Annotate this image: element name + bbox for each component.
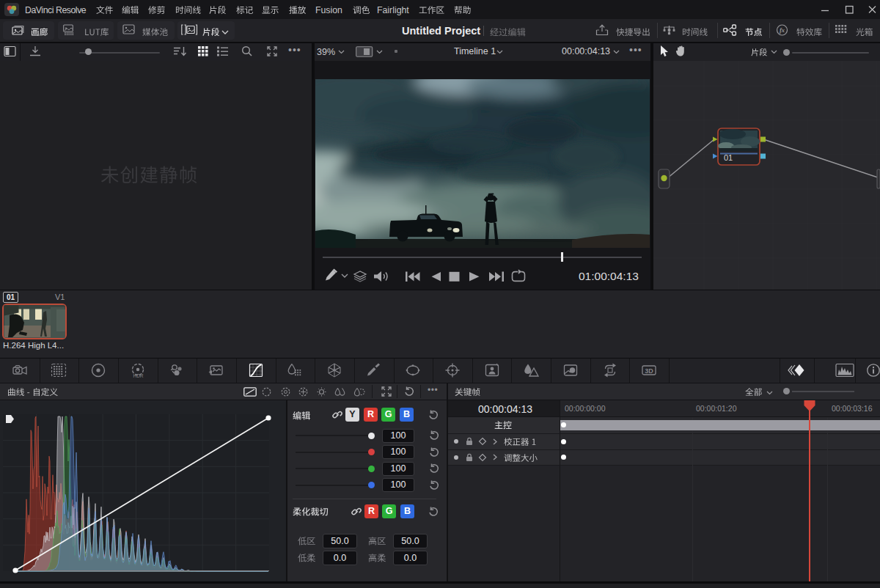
svg-text:3D: 3D	[645, 367, 653, 375]
svg-text:fx: fx	[780, 26, 785, 34]
svg-text:HDR: HDR	[133, 373, 143, 378]
